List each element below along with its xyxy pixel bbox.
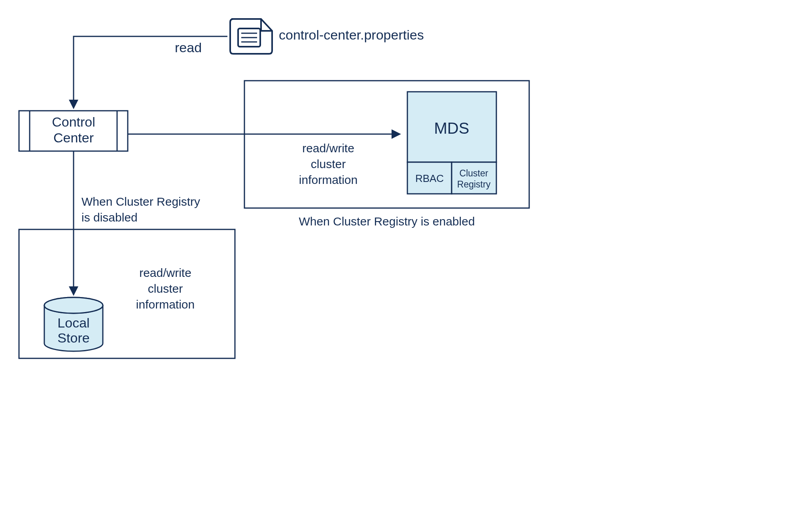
- control-center-label-2: Center: [53, 130, 94, 145]
- caption-enabled: When Cluster Registry is enabled: [299, 215, 475, 228]
- label-rw-right-1: read/write: [302, 142, 354, 155]
- cluster-registry-label-1: Cluster: [460, 168, 488, 178]
- cluster-registry-label-2: Registry: [457, 179, 491, 189]
- rbac-label: RBAC: [415, 172, 444, 184]
- mds-box: MDS: [407, 92, 496, 162]
- rbac-box: RBAC: [407, 162, 452, 194]
- note-disabled-1: When Cluster Registry: [81, 195, 200, 208]
- cluster-registry-box: Cluster Registry: [452, 162, 496, 194]
- control-center-box: Control Center: [19, 111, 128, 151]
- label-rw-right-2: cluster: [311, 157, 346, 170]
- properties-file-label: control-center.properties: [279, 27, 424, 42]
- label-rw-bottom-2: cluster: [148, 282, 183, 295]
- local-store-label-1: Local: [57, 315, 89, 330]
- label-rw-bottom-1: read/write: [139, 266, 191, 279]
- control-center-label-1: Control: [52, 114, 95, 129]
- mds-label: MDS: [434, 119, 469, 137]
- local-store-cylinder: Local Store: [44, 297, 103, 351]
- note-disabled-2: is disabled: [81, 211, 138, 224]
- properties-file-icon: [230, 19, 272, 54]
- svg-point-11: [44, 297, 103, 313]
- label-rw-right-3: information: [299, 173, 358, 186]
- label-rw-bottom-3: information: [136, 298, 195, 311]
- local-store-label-2: Store: [57, 330, 89, 345]
- label-read: read: [175, 40, 202, 55]
- arrow-props-to-cc: [74, 36, 227, 108]
